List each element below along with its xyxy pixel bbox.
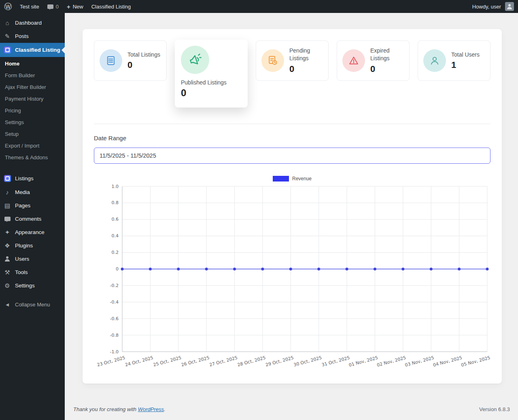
sidebar-item-label: Plugins: [15, 243, 33, 249]
svg-text:24 Oct, 2025: 24 Oct, 2025: [125, 355, 154, 367]
avatar: [505, 2, 514, 11]
svg-text:0.2: 0.2: [112, 250, 119, 255]
sidebar-item-media[interactable]: ♪ Media: [0, 186, 65, 199]
admin-bar-left: Ⓦ Test site 0 + New Classified Listing: [0, 0, 135, 13]
sidebar-item-posts[interactable]: ✎ Posts: [0, 30, 65, 43]
total-users-icon: [423, 49, 446, 72]
admin-layout: ⌂ Dashboard ✎ Posts Classified Listing H…: [0, 13, 518, 420]
sidebar-item-users[interactable]: Users: [0, 252, 65, 266]
svg-text:-0.6: -0.6: [110, 316, 119, 321]
admin-footer: Thank you for creating with WordPress. V…: [73, 406, 510, 418]
total-listings-icon: [100, 49, 122, 72]
pending-listings-icon: [261, 49, 284, 72]
submenu-item-setup[interactable]: Setup: [0, 128, 65, 140]
svg-text:31 Oct, 2025: 31 Oct, 2025: [321, 355, 350, 367]
sidebar-item-classified-listing[interactable]: Classified Listing: [0, 43, 65, 57]
svg-text:-0.4: -0.4: [110, 300, 119, 305]
svg-text:0.8: 0.8: [112, 200, 119, 205]
stat-value: 0: [127, 60, 160, 70]
plugins-icon: ❖: [3, 243, 11, 249]
submenu-item-pricing[interactable]: Pricing: [0, 105, 65, 116]
sidebar-item-settings[interactable]: ⚙ Settings: [0, 279, 65, 292]
footer-thanks-text: Thank you for creating with: [73, 406, 138, 412]
sidebar-item-label: Listings: [15, 175, 34, 182]
svg-text:27 Oct, 2025: 27 Oct, 2025: [209, 355, 238, 367]
svg-text:-0.8: -0.8: [110, 333, 119, 338]
version-text: Version 6.8.3: [479, 406, 510, 412]
stat-value: 0: [370, 64, 404, 74]
comments-count: 0: [56, 4, 59, 10]
stat-card-total-users: Total Users 1: [418, 40, 490, 81]
collapse-menu-button[interactable]: ◀ Collapse Menu: [0, 298, 65, 311]
admin-bar-classified-listing-link[interactable]: Classified Listing: [87, 0, 135, 13]
wordpress-logo-link[interactable]: Ⓦ: [0, 0, 16, 13]
sidebar-item-label: Tools: [15, 269, 28, 275]
wordpress-logo-icon: Ⓦ: [4, 3, 12, 11]
sidebar-item-plugins[interactable]: ❖ Plugins: [0, 239, 65, 252]
sidebar-item-comments[interactable]: Comments: [0, 212, 65, 226]
admin-bar: Ⓦ Test site 0 + New Classified Listing H…: [0, 0, 518, 13]
media-icon: ♪: [3, 189, 11, 195]
stat-card-published-listings: Published Listings 0: [175, 40, 248, 108]
classified-listing-icon: [4, 46, 11, 53]
submenu-item-themes-addons[interactable]: Themes & Addons: [0, 152, 65, 163]
site-name-link[interactable]: Test site: [16, 0, 43, 13]
submenu-item-home[interactable]: Home: [0, 58, 65, 70]
chart-legend[interactable]: Revenue: [94, 176, 490, 182]
date-range-input[interactable]: [94, 148, 490, 164]
submenu-item-settings[interactable]: Settings: [0, 116, 65, 128]
sidebar-item-label: Appearance: [15, 229, 45, 235]
submenu-item-payment-history[interactable]: Payment History: [0, 93, 65, 105]
svg-text:23 Oct, 2025: 23 Oct, 2025: [96, 355, 125, 367]
svg-text:30 Oct, 2025: 30 Oct, 2025: [293, 355, 322, 367]
stat-value: 0: [181, 87, 227, 99]
user-avatar-icon: [507, 4, 512, 9]
stats-row: Total Listings 0: [94, 40, 490, 108]
dashboard-card: Total Listings 0: [83, 29, 502, 384]
stat-label: Expired Listings: [370, 47, 404, 62]
stat-card-expired-listings: Expired Listings 0: [337, 40, 410, 81]
stat-label: Total Listings: [127, 51, 160, 59]
comment-bubble-icon: [47, 4, 53, 9]
new-content-link[interactable]: + New: [63, 0, 87, 13]
howdy-text: Howdy, user: [472, 4, 501, 10]
stat-label: Total Users: [451, 51, 480, 59]
sidebar-item-label: Media: [15, 189, 30, 195]
submenu-item-export-import[interactable]: Export / Import: [0, 140, 65, 152]
dashboard-icon: ⌂: [3, 20, 11, 26]
legend-swatch: [273, 176, 289, 182]
svg-text:29 Oct, 2025: 29 Oct, 2025: [265, 355, 294, 367]
howdy-account-link[interactable]: Howdy, user: [468, 0, 518, 13]
svg-text:26 Oct, 2025: 26 Oct, 2025: [181, 355, 210, 367]
sidebar-item-listings[interactable]: Listings: [0, 171, 65, 186]
stat-label: Pending Listings: [289, 47, 323, 62]
sidebar-item-pages[interactable]: ▤ Pages: [0, 199, 65, 212]
submenu-item-form-builder[interactable]: Form Builder: [0, 70, 65, 81]
sidebar-item-appearance[interactable]: ✦ Appearance: [0, 226, 65, 239]
svg-text:28 Oct, 2025: 28 Oct, 2025: [237, 355, 266, 367]
date-range-label: Date Range: [94, 135, 490, 141]
admin-bar-right: Howdy, user: [468, 0, 518, 13]
svg-text:04 Nov, 2025: 04 Nov, 2025: [433, 355, 463, 368]
sidebar-item-label: Posts: [15, 33, 29, 39]
sidebar-item-label: Collapse Menu: [15, 302, 50, 308]
svg-text:-0.2: -0.2: [110, 283, 119, 288]
admin-bar-comments-link[interactable]: 0: [43, 0, 63, 13]
sidebar-item-dashboard[interactable]: ⌂ Dashboard: [0, 16, 65, 30]
footer-thanks: Thank you for creating with WordPress.: [73, 406, 166, 412]
sidebar-item-tools[interactable]: ⚒ Tools: [0, 266, 65, 279]
submenu-item-ajax-filter-builder[interactable]: Ajax Filter Builder: [0, 81, 65, 93]
classified-listing-submenu: Home Form Builder Ajax Filter Builder Pa…: [0, 57, 65, 167]
footer-thanks-suffix: .: [164, 406, 166, 412]
wordpress-link[interactable]: WordPress: [138, 406, 164, 412]
admin-sidebar: ⌂ Dashboard ✎ Posts Classified Listing H…: [0, 13, 65, 420]
svg-text:0.4: 0.4: [112, 233, 119, 238]
users-icon: [5, 256, 10, 262]
svg-text:03 Nov, 2025: 03 Nov, 2025: [404, 355, 435, 368]
revenue-chart-section: Revenue 1.00.80.60.40.20-0.2-0.4-0.6-0.8…: [94, 176, 490, 372]
svg-text:05 Nov, 2025: 05 Nov, 2025: [461, 355, 491, 368]
legend-label: Revenue: [292, 176, 312, 182]
stat-card-total-listings: Total Listings 0: [94, 40, 167, 81]
settings-gear-icon: ⚙: [3, 283, 11, 289]
tools-icon: ⚒: [3, 269, 11, 275]
